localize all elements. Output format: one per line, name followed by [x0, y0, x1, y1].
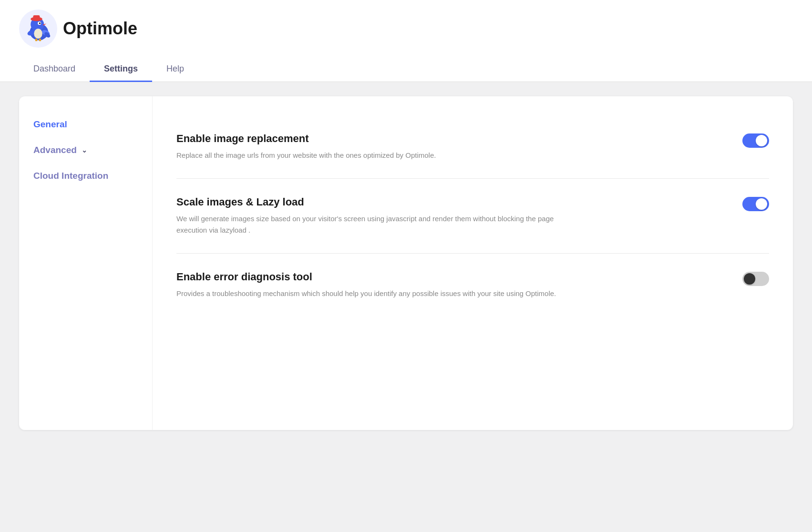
main-tabs: Dashboard Settings Help: [19, 57, 793, 82]
setting-row-error-diagnosis: Enable error diagnosis tool Provides a t…: [176, 254, 769, 317]
setting-row-scale-lazyload: Scale images & Lazy load We will generat…: [176, 179, 769, 254]
sidebar-item-cloud-integration[interactable]: Cloud Integration: [33, 167, 138, 185]
svg-rect-9: [33, 15, 40, 20]
svg-rect-11: [35, 39, 37, 41]
setting-text-image-replacement: Enable image replacement Replace all the…: [176, 133, 723, 161]
setting-title-scale-lazyload: Scale images & Lazy load: [176, 196, 723, 208]
settings-content: Enable image replacement Replace all the…: [153, 96, 793, 430]
svg-point-10: [34, 29, 42, 39]
setting-desc-scale-lazyload: We will generate images size based on yo…: [176, 213, 567, 236]
svg-point-6: [39, 22, 41, 24]
setting-desc-error-diagnosis: Provides a troubleshooting mechanism whi…: [176, 288, 567, 299]
tab-dashboard[interactable]: Dashboard: [19, 57, 90, 82]
header: Optimole Dashboard Settings Help: [0, 0, 812, 82]
sidebar-label-cloud-integration: Cloud Integration: [33, 171, 108, 181]
setting-text-error-diagnosis: Enable error diagnosis tool Provides a t…: [176, 271, 723, 299]
toggle-error-diagnosis[interactable]: [742, 272, 769, 286]
sidebar-item-general[interactable]: General: [33, 115, 138, 133]
sidebar-label-advanced: Advanced: [33, 145, 77, 155]
sidebar-label-general: General: [33, 119, 67, 130]
setting-text-scale-lazyload: Scale images & Lazy load We will generat…: [176, 196, 723, 236]
setting-row-image-replacement: Enable image replacement Replace all the…: [176, 115, 769, 179]
toggle-knob-scale-on: [756, 198, 767, 210]
app-name: Optimole: [63, 19, 137, 39]
setting-title-image-replacement: Enable image replacement: [176, 133, 723, 145]
settings-sidebar: General Advanced ⌄ Cloud Integration: [19, 96, 153, 430]
app-logo: [19, 10, 57, 48]
setting-desc-image-replacement: Replace all the image urls from your web…: [176, 150, 567, 161]
logo-area: Optimole: [19, 10, 793, 57]
svg-rect-12: [39, 39, 41, 41]
toggle-scale-lazyload[interactable]: [742, 197, 769, 211]
chevron-down-icon: ⌄: [82, 146, 87, 154]
toggle-knob-on: [756, 135, 767, 146]
sidebar-item-advanced[interactable]: Advanced ⌄: [33, 141, 138, 159]
setting-title-error-diagnosis: Enable error diagnosis tool: [176, 271, 723, 283]
tab-settings[interactable]: Settings: [90, 57, 152, 82]
tab-help[interactable]: Help: [152, 57, 198, 82]
toggle-image-replacement[interactable]: [742, 133, 769, 148]
toggle-knob-error-off: [744, 273, 755, 285]
settings-panel: General Advanced ⌄ Cloud Integration Ena: [19, 96, 793, 430]
main-content: General Advanced ⌄ Cloud Integration Ena: [0, 82, 812, 444]
